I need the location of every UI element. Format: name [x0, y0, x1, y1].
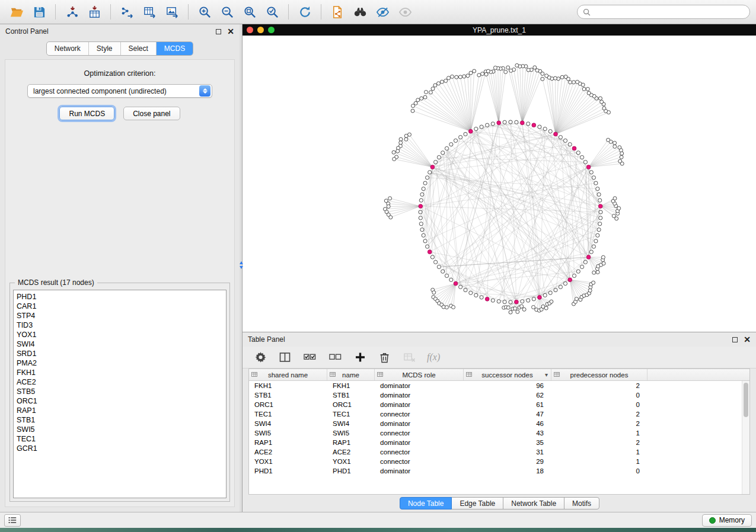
eye-icon — [398, 5, 412, 19]
close-panel-icon[interactable]: ✕ — [227, 28, 234, 34]
tab-select[interactable]: Select — [121, 42, 157, 55]
collapse-down-icon[interactable] — [240, 266, 243, 269]
run-mcds-button[interactable]: Run MCDS — [59, 107, 114, 120]
float-panel-icon[interactable] — [732, 337, 738, 342]
mcds-result-item[interactable]: ACE2 — [17, 377, 223, 387]
table-row[interactable]: FKH1FKH1dominator962 — [249, 381, 749, 390]
mcds-result-item[interactable]: YOX1 — [17, 330, 223, 339]
column-header-name[interactable]: name — [327, 369, 375, 380]
optimization-criterion-select[interactable]: largest connected component (undirected) — [27, 84, 212, 98]
mcds-result-item[interactable]: SWI5 — [17, 425, 223, 434]
mcds-result-item[interactable]: TID3 — [17, 321, 223, 330]
plus-icon — [354, 351, 366, 363]
table-cell: dominator — [375, 392, 464, 399]
table-cell: 1 — [551, 448, 647, 456]
refresh-button[interactable] — [294, 2, 315, 21]
table-row[interactable]: SWI5SWI5connector431 — [249, 428, 749, 438]
table-cell: 2 — [551, 411, 647, 418]
mcds-result-item[interactable]: CAR1 — [17, 302, 223, 311]
export-image-button[interactable] — [161, 2, 183, 21]
panel-menu-button[interactable] — [4, 514, 21, 527]
tab-network[interactable]: Network — [47, 42, 89, 55]
find-button[interactable] — [349, 2, 371, 21]
close-panel-button[interactable]: Close panel — [123, 107, 180, 120]
toolbar-separator — [288, 4, 289, 20]
column-header-shared-name[interactable]: shared name — [249, 369, 327, 380]
table-settings-button[interactable] — [253, 348, 267, 367]
table-row[interactable]: SWI4SWI4dominator462 — [249, 419, 749, 428]
mcds-result-item[interactable]: STP4 — [17, 311, 223, 321]
table-row[interactable]: TEC1TEC1connector472 — [249, 409, 749, 419]
table-row[interactable]: PHD1PHD1dominator180 — [249, 466, 749, 476]
mcds-result-item[interactable]: GCR1 — [17, 444, 223, 453]
table-row[interactable]: ACE2ACE2connector311 — [249, 447, 749, 457]
window-close-icon[interactable] — [247, 27, 253, 33]
table-cell: dominator — [375, 467, 464, 475]
column-header-successor-nodes[interactable]: successor nodes▾ — [464, 369, 551, 380]
columns-icon — [279, 351, 291, 363]
table-cell: 35 — [464, 439, 551, 446]
table-cell: SWI4 — [327, 420, 375, 427]
tab-mcds[interactable]: MCDS — [157, 42, 193, 55]
import-network-button[interactable] — [61, 2, 82, 21]
hide-details-button[interactable] — [372, 2, 393, 21]
mcds-result-item[interactable]: ORC1 — [17, 396, 223, 406]
zoom-out-button[interactable] — [216, 2, 238, 21]
select-all-button[interactable] — [302, 348, 317, 367]
zoom-in-button[interactable] — [194, 2, 215, 21]
mcds-result-item[interactable]: TEC1 — [17, 434, 223, 444]
binoculars-icon — [353, 5, 367, 19]
share-document-button[interactable] — [327, 2, 348, 21]
tab-edge-table[interactable]: Edge Table — [451, 497, 503, 509]
column-header-predecessor-nodes[interactable]: predecessor nodes — [551, 369, 647, 380]
mcds-result-item[interactable]: PMA2 — [17, 358, 223, 368]
window-maximize-icon[interactable] — [268, 27, 275, 33]
mcds-result-item[interactable]: SRD1 — [17, 349, 223, 358]
column-header-filler — [647, 369, 749, 380]
export-image-icon — [165, 5, 179, 19]
close-panel-icon[interactable]: ✕ — [744, 336, 751, 342]
mcds-result-item[interactable]: STB1 — [17, 415, 223, 425]
float-panel-icon[interactable] — [216, 29, 221, 34]
zoom-selected-button[interactable] — [261, 2, 283, 21]
zoom-fit-button[interactable] — [239, 2, 260, 21]
search-input[interactable] — [594, 8, 744, 16]
mcds-result-item[interactable]: PHD1 — [17, 292, 223, 302]
show-columns-button[interactable] — [277, 348, 292, 367]
import-table-button[interactable] — [84, 2, 105, 21]
table-row[interactable]: RAP1RAP1dominator352 — [249, 438, 749, 447]
scrollbar-thumb[interactable] — [744, 383, 748, 417]
network-titlebar: YPA_prune.txt_1 — [243, 24, 756, 36]
export-table-button[interactable] — [139, 2, 160, 21]
delete-column-button[interactable] — [377, 348, 391, 367]
table-row[interactable]: ORC1ORC1dominator610 — [249, 400, 749, 409]
table-cell: 96 — [464, 382, 551, 389]
export-table-icon — [143, 5, 157, 19]
tab-motifs[interactable]: Motifs — [564, 497, 599, 509]
add-column-button[interactable] — [353, 348, 367, 367]
mcds-result-item[interactable]: STB5 — [17, 387, 223, 396]
tab-network-table[interactable]: Network Table — [503, 497, 564, 509]
mcds-result-item[interactable]: FKH1 — [17, 368, 223, 377]
tab-style[interactable]: Style — [89, 42, 121, 55]
mcds-result-item[interactable]: SWI4 — [17, 339, 223, 349]
table-glyph-icon — [251, 371, 257, 379]
column-header-MCDS-role[interactable]: MCDS role — [375, 369, 464, 380]
mcds-result-item[interactable]: RAP1 — [17, 406, 223, 415]
unchecked-boxes-icon — [329, 351, 342, 363]
table-row[interactable]: STB1STB1dominator620 — [249, 390, 749, 400]
save-session-button[interactable] — [28, 2, 50, 21]
network-view[interactable] — [243, 36, 756, 332]
deselect-all-button[interactable] — [327, 348, 343, 367]
network-graph[interactable] — [243, 36, 756, 332]
table-tabs: Node TableEdge TableNetwork TableMotifs — [243, 495, 756, 512]
export-network-button[interactable] — [116, 2, 138, 21]
tab-node-table[interactable]: Node Table — [400, 497, 452, 509]
table-scrollbar[interactable] — [742, 381, 749, 494]
memory-button[interactable]: Memory — [702, 514, 752, 527]
window-minimize-icon[interactable] — [257, 27, 264, 33]
split-pane-divider[interactable] — [240, 24, 243, 512]
collapse-up-icon[interactable] — [240, 261, 243, 264]
table-row[interactable]: YOX1YOX1connector291 — [249, 457, 749, 466]
open-session-button[interactable] — [6, 2, 27, 21]
